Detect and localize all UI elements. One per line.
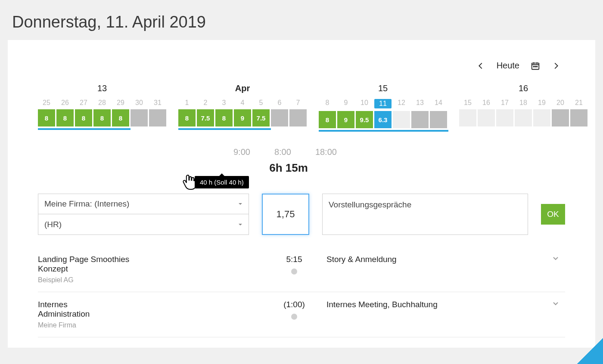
corner-accent xyxy=(577,338,603,364)
day-number[interactable]: 30 xyxy=(131,99,148,107)
day-number[interactable]: 15 xyxy=(459,99,476,107)
today-button[interactable]: Heute xyxy=(497,61,519,71)
day-number[interactable]: 20 xyxy=(552,99,569,107)
day-cell[interactable] xyxy=(552,109,569,126)
day-number[interactable]: 12 xyxy=(393,99,410,108)
chevron-down-icon xyxy=(238,222,242,227)
day-number[interactable]: 29 xyxy=(112,99,129,107)
day-cell[interactable] xyxy=(533,109,550,126)
day-cell[interactable] xyxy=(289,109,307,126)
day-number[interactable]: 7 xyxy=(289,99,307,107)
timer-dot-icon[interactable] xyxy=(291,314,297,320)
day-number[interactable]: 2 xyxy=(197,99,214,107)
day-cell[interactable]: 9 xyxy=(234,109,251,126)
day-cell[interactable] xyxy=(496,109,513,126)
task-select[interactable]: (HR) xyxy=(38,214,249,235)
day-cell[interactable]: 9 xyxy=(337,111,354,128)
hours-input[interactable] xyxy=(262,194,309,235)
week-progress-bar xyxy=(319,130,448,132)
day-cell[interactable]: 6.3 xyxy=(374,111,392,128)
entry-description: Internes Meeting, Buchhaltung xyxy=(326,300,552,309)
week-total-tooltip: 40 h (Soll 40 h) xyxy=(195,176,249,188)
day-cell[interactable] xyxy=(149,109,166,126)
day-cell[interactable]: 7.5 xyxy=(197,109,214,126)
week-column: 15891011121314899.56.3 xyxy=(319,83,447,128)
day-number[interactable]: 1 xyxy=(178,99,196,107)
arrow-right-icon[interactable] xyxy=(551,61,561,71)
task-select-value: (HR) xyxy=(44,220,62,229)
expand-entry-button[interactable] xyxy=(552,300,565,308)
day-number[interactable]: 8 xyxy=(319,99,336,108)
entry-task: Konzept xyxy=(38,264,262,274)
week-label: 16 xyxy=(519,83,528,95)
day-cell[interactable]: 8 xyxy=(112,109,129,126)
day-cell[interactable]: 8 xyxy=(178,109,196,126)
entry-task: Administration xyxy=(38,309,262,319)
arrow-left-icon[interactable] xyxy=(476,61,485,71)
day-cell[interactable] xyxy=(459,109,476,126)
day-number[interactable]: 5 xyxy=(252,99,270,107)
project-select[interactable]: Meine Firma: (Internes) xyxy=(38,194,249,214)
chevron-down-icon xyxy=(552,255,559,262)
entry-project: Landing Page Smoothies xyxy=(38,255,262,264)
time-mark: 9:00 xyxy=(233,147,250,157)
day-number[interactable]: 18 xyxy=(515,99,532,107)
day-cell[interactable] xyxy=(411,111,429,128)
day-number[interactable]: 16 xyxy=(478,99,495,107)
entry-time: (1:00) xyxy=(262,300,326,309)
expand-entry-button[interactable] xyxy=(552,255,565,263)
day-cell[interactable]: 7.5 xyxy=(252,109,270,126)
new-entry-form: Meine Firma: (Internes) (HR) Vorstellung… xyxy=(38,194,565,235)
day-cell[interactable]: 8 xyxy=(75,109,92,126)
time-tracking-card: Heute 132526272829303188888Apr123456787.… xyxy=(8,40,595,348)
day-cell[interactable] xyxy=(430,111,447,128)
time-entry-row: InternesAdministrationMeine Firma(1:00)I… xyxy=(38,292,565,337)
ok-button[interactable]: OK xyxy=(541,204,565,225)
time-mark: 18:00 xyxy=(315,147,337,157)
day-cell[interactable] xyxy=(271,109,288,126)
day-number[interactable]: 4 xyxy=(234,99,251,107)
day-cell[interactable]: 8 xyxy=(215,109,233,126)
day-number[interactable]: 27 xyxy=(75,99,92,107)
day-number[interactable]: 13 xyxy=(411,99,429,108)
page-title: Donnerstag, 11. April 2019 xyxy=(0,0,603,40)
time-marks: 9:00 8:00 18:00 xyxy=(233,147,565,157)
day-cell[interactable]: 8 xyxy=(56,109,74,126)
day-cell[interactable] xyxy=(478,109,495,126)
day-cell[interactable] xyxy=(515,109,532,126)
day-cell[interactable]: 8 xyxy=(38,109,55,126)
calendar-icon[interactable] xyxy=(531,61,540,71)
day-number[interactable]: 9 xyxy=(337,99,354,108)
week-label: Apr xyxy=(235,83,250,95)
description-input[interactable]: Vorstellungsgespräche xyxy=(322,194,528,235)
day-number[interactable]: 28 xyxy=(93,99,111,107)
time-entry-row: Landing Page SmoothiesKonzeptBeispiel AG… xyxy=(38,247,565,292)
day-cell[interactable] xyxy=(393,111,410,128)
week-label: 13 xyxy=(97,83,107,95)
day-number[interactable]: 3 xyxy=(215,99,233,107)
project-select-value: Meine Firma: (Internes) xyxy=(44,199,129,209)
day-number[interactable]: 19 xyxy=(533,99,550,107)
day-cell[interactable]: 8 xyxy=(93,109,111,126)
entry-project: Internes xyxy=(38,300,262,309)
day-number[interactable]: 10 xyxy=(356,99,373,108)
day-number[interactable]: 31 xyxy=(149,99,166,107)
entry-time: 5:15 xyxy=(262,255,326,264)
day-cell[interactable] xyxy=(131,109,148,126)
entry-project-col: Landing Page SmoothiesKonzeptBeispiel AG xyxy=(38,255,262,284)
entry-project-col: InternesAdministrationMeine Firma xyxy=(38,300,262,329)
day-number[interactable]: 21 xyxy=(570,99,587,107)
day-cell[interactable]: 9.5 xyxy=(356,111,373,128)
entry-description: Story & Anmeldung xyxy=(326,255,552,264)
day-cell[interactable] xyxy=(570,109,587,126)
day-number[interactable]: 17 xyxy=(496,99,513,107)
day-number[interactable]: 26 xyxy=(56,99,74,107)
entry-company: Beispiel AG xyxy=(38,276,262,284)
timer-dot-icon[interactable] xyxy=(291,268,297,275)
day-total: 6h 15m xyxy=(12,161,565,175)
day-number[interactable]: 14 xyxy=(430,99,447,108)
day-number[interactable]: 25 xyxy=(38,99,55,107)
day-number[interactable]: 11 xyxy=(374,99,392,108)
day-cell[interactable]: 8 xyxy=(319,111,336,128)
day-number[interactable]: 6 xyxy=(271,99,288,107)
